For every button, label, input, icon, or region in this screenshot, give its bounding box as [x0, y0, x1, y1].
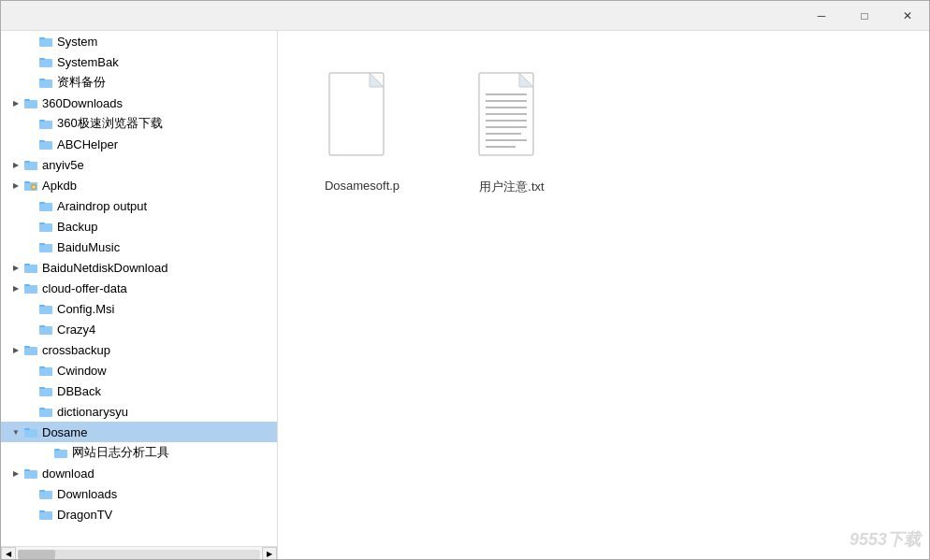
svg-rect-38: [39, 409, 52, 417]
svg-rect-18: [39, 203, 52, 211]
folder-icon-anyiv5e: [23, 157, 38, 172]
svg-rect-7: [24, 99, 30, 101]
svg-rect-20: [39, 223, 52, 232]
sidebar-label-baidumusic: BaiduMusic: [57, 240, 120, 254]
svg-rect-40: [24, 429, 37, 438]
svg-rect-30: [39, 326, 52, 335]
sidebar-label-system: System: [57, 35, 97, 49]
sidebar-item-systembak[interactable]: SystemBak: [1, 51, 277, 72]
sidebar-item-cwindow[interactable]: Cwindow: [1, 360, 277, 381]
content-area: Dosamesoft.p: [278, 31, 929, 560]
folder-icon-360downloads: [23, 95, 38, 110]
minimize-button[interactable]: ─: [800, 1, 843, 31]
sidebar-label-dragontv: DragonTV: [57, 508, 112, 522]
folder-icon-websiteanalysis: [53, 445, 68, 460]
folder-icon-360browser: [38, 116, 53, 131]
file-name-usernotice: 用户注意.txt: [479, 179, 544, 195]
sidebar-item-crossbackup[interactable]: crossbackup: [1, 339, 277, 360]
sidebar-label-360browser: 360极速浏览器下载: [57, 115, 163, 132]
hscroll-track[interactable]: [18, 550, 260, 559]
sidebar-label-apkdb: Apkdb: [42, 179, 77, 193]
sidebar-label-crossbackup: crossbackup: [42, 343, 110, 357]
title-bar: ─ □ ✕: [1, 1, 929, 31]
svg-rect-27: [24, 284, 30, 286]
arrow-crossbackup: [8, 342, 23, 357]
folder-icon-baidumusic: [38, 239, 53, 254]
svg-rect-34: [39, 367, 52, 376]
sidebar-scroll[interactable]: System SystemBak 资料备份: [1, 31, 277, 546]
sidebar-item-crazy4[interactable]: Crazy4: [1, 319, 277, 339]
file-icon-container-dosamesoft: [315, 59, 409, 171]
sidebar-item-anyiv5e[interactable]: anyiv5e: [1, 154, 277, 175]
svg-rect-3: [39, 58, 45, 60]
svg-rect-25: [24, 264, 30, 266]
sidebar-item-downloads[interactable]: Downloads: [1, 483, 277, 504]
svg-rect-35: [39, 366, 45, 368]
file-item-dosamesoft[interactable]: Dosamesoft.p: [315, 59, 409, 193]
maximize-button[interactable]: □: [843, 1, 886, 31]
svg-rect-22: [39, 244, 52, 252]
sidebar-item-websiteanalysis[interactable]: 网站日志分析工具: [1, 442, 277, 463]
arrow-download: [8, 466, 23, 481]
sidebar-label-anyiv5e: anyiv5e: [42, 158, 84, 172]
close-button[interactable]: ✕: [886, 1, 929, 31]
sidebar-label-systembak: SystemBak: [57, 55, 119, 69]
sidebar-item-configmsi[interactable]: Config.Msi: [1, 298, 277, 319]
sidebar-label-araindrop: Araindrop output: [57, 199, 147, 213]
sidebar-item-araindrop[interactable]: Araindrop output: [1, 195, 277, 216]
sidebar-item-dictionarysyu[interactable]: dictionarysyu: [1, 401, 277, 422]
hscroll-left-btn[interactable]: ◀: [1, 547, 16, 561]
file-icon-container-usernotice: [465, 59, 559, 171]
sidebar-hscroll[interactable]: ◀ ▶: [1, 546, 277, 560]
svg-rect-37: [39, 387, 45, 389]
sidebar-label-crazy4: Crazy4: [57, 323, 95, 337]
sidebar-item-abchelper[interactable]: ABCHelper: [1, 134, 277, 154]
sidebar-item-cloudoffer[interactable]: cloud-offer-data: [1, 278, 277, 298]
svg-rect-21: [39, 223, 45, 224]
hscroll-right-btn[interactable]: ▶: [262, 547, 277, 561]
svg-rect-6: [24, 100, 37, 108]
sidebar-label-download: download: [42, 467, 94, 481]
sidebar-label-abchelper: ABCHelper: [57, 137, 118, 151]
arrow-360downloads: [8, 95, 23, 110]
sidebar-item-download[interactable]: download: [1, 463, 277, 483]
sidebar-item-dbback[interactable]: DBBack: [1, 381, 277, 401]
sidebar-item-360downloads[interactable]: 360Downloads: [1, 93, 277, 113]
sidebar-item-dragontv[interactable]: DragonTV: [1, 504, 277, 524]
folder-icon-dictionarysyu: [38, 404, 53, 419]
folder-icon-abchelper: [38, 136, 53, 151]
svg-rect-2: [39, 59, 52, 67]
svg-rect-23: [39, 243, 45, 245]
sidebar-label-websiteanalysis: 网站日志分析工具: [72, 444, 169, 461]
svg-rect-24: [24, 265, 37, 273]
folder-icon-crazy4: [38, 322, 53, 337]
arrow-dosame: [8, 424, 23, 439]
svg-rect-45: [24, 469, 30, 471]
sidebar-label-baidunetdisk: BaiduNetdiskDownload: [42, 261, 167, 275]
folder-icon-dragontv: [38, 507, 53, 522]
arrow-anyiv5e: [8, 157, 23, 172]
svg-rect-31: [39, 325, 45, 327]
arrow-apkdb: [8, 178, 23, 193]
folder-icon-downloads: [38, 486, 53, 501]
file-item-usernotice[interactable]: 用户注意.txt: [465, 59, 559, 195]
sidebar-item-baidumusic[interactable]: BaiduMusic: [1, 237, 277, 257]
hscroll-thumb[interactable]: [18, 550, 55, 559]
svg-rect-44: [24, 470, 37, 479]
sidebar-item-baidunetdisk[interactable]: BaiduNetdiskDownload: [1, 257, 277, 278]
sidebar-item-zilaobeifen[interactable]: 资料备份: [1, 72, 277, 93]
sidebar-item-system[interactable]: System: [1, 31, 277, 51]
folder-icon-configmsi: [38, 301, 53, 316]
svg-rect-32: [24, 347, 37, 355]
svg-rect-0: [39, 38, 52, 47]
svg-rect-5: [39, 79, 45, 80]
sidebar-item-apkdb[interactable]: Apkdb: [1, 175, 277, 195]
sidebar-item-backup[interactable]: Backup: [1, 216, 277, 237]
file-name-dosamesoft: Dosamesoft.p: [325, 179, 400, 193]
sidebar-item-360browser[interactable]: 360极速浏览器下载: [1, 113, 277, 134]
svg-rect-33: [24, 346, 30, 348]
sidebar-item-dosame[interactable]: Dosame: [1, 422, 277, 442]
svg-rect-19: [39, 202, 45, 204]
sidebar-label-backup: Backup: [57, 220, 97, 234]
svg-rect-42: [54, 450, 67, 458]
